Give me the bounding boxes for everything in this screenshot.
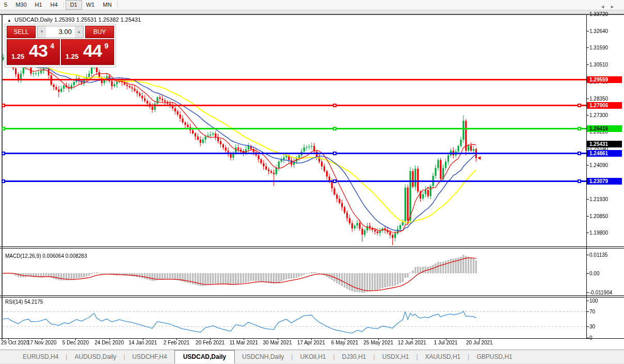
date-label: 1 Jul 2021 — [434, 340, 458, 345]
rsi-axis-label: 70 — [589, 309, 595, 315]
date-label: 25 May 2021 — [363, 340, 393, 345]
tab-DJ30H1[interactable]: DJ30,H1 — [335, 351, 374, 363]
macd-indicator-label: MACD(12,26,9) 0.006064 0.008283 — [5, 253, 87, 259]
buy-price-pip: 9 — [104, 42, 108, 50]
price-axis-label: 1.33720 — [589, 11, 608, 17]
hline-level-1.29559[interactable] — [3, 79, 586, 80]
collapse-trade-panel-icon[interactable]: ▲ — [7, 18, 11, 23]
ohlc-low: 1.25382 — [99, 16, 119, 23]
volume-decrease-icon[interactable]: ▼ — [38, 26, 46, 38]
timeframe-button-M30[interactable]: M30 — [11, 0, 30, 10]
macd-axis-label: 0.01135 — [589, 252, 607, 258]
window-left-border — [2, 15, 3, 340]
hline-handle-left[interactable] — [2, 152, 5, 155]
buy-button[interactable]: BUY — [85, 26, 114, 38]
sell-button[interactable]: SELL — [7, 26, 36, 38]
timeframe-button-H1[interactable]: H1 — [31, 0, 46, 10]
hline-handle-right[interactable] — [578, 104, 581, 107]
tab-scroll-left-icon[interactable]: ◄ — [600, 4, 610, 9]
ohlc-close: 1.25431 — [120, 16, 141, 23]
price-axis-badge: 1.27906 — [587, 102, 622, 109]
tab-UKOilH1[interactable]: UKOil,H1 — [293, 351, 333, 363]
rsi-indicator-label: RSI(14) 54.2175 — [5, 299, 43, 305]
toolbar-separator — [63, 1, 64, 9]
rsi-axis-label: 0 — [589, 335, 593, 341]
hline-handle-right[interactable] — [578, 179, 581, 183]
date-label: 17 Nov 2020 — [27, 340, 57, 345]
toolbar-separator — [117, 1, 118, 9]
sell-price-tile[interactable]: 1.25 43 4 — [7, 39, 60, 65]
timeframe-button-5[interactable]: 5 — [0, 0, 11, 10]
tab-EURUSDH4[interactable]: EURUSD,H4 — [15, 351, 66, 363]
price-axis-label: 1.27300 — [589, 112, 608, 118]
hline-handle-right[interactable] — [578, 152, 581, 155]
price-axis-label: 1.28350 — [589, 96, 608, 102]
timeframe-button-H4[interactable]: H4 — [46, 0, 62, 10]
ohlc-open: 1.25393 — [54, 16, 75, 23]
price-axis-label: 1.20850 — [589, 213, 608, 219]
price-axis-label: 1.30510 — [589, 62, 608, 68]
tab-AUDUSDDaily[interactable]: AUDUSD,Daily — [67, 351, 123, 363]
hline-handle-center[interactable] — [333, 152, 337, 155]
one-click-trade-panel: SELL ▼ 3.00 ▲ BUY 1.25 43 4 1.25 44 9 — [5, 24, 116, 68]
timeframe-button-MN[interactable]: MN — [99, 0, 116, 10]
hline-handle-left[interactable] — [2, 127, 5, 130]
date-label: 5 Dec 2020 — [62, 340, 89, 345]
rsi-axis-label: 30 — [589, 324, 595, 329]
date-label: 2 Feb 2021 — [164, 340, 190, 345]
timeframe-toolbar: 5M30H1H4D1W1MN — [0, 0, 624, 10]
macd-axis-label: 0.00 — [589, 271, 599, 276]
volume-increase-icon[interactable]: ▲ — [75, 26, 83, 38]
hline-handle-center[interactable] — [333, 104, 337, 107]
date-label: 29 Oct 2020 — [1, 340, 29, 345]
price-axis-badge: 1.24861 — [587, 150, 622, 157]
timeframe-button-W1[interactable]: W1 — [82, 0, 99, 10]
sell-price-big: 43 — [29, 41, 47, 61]
price-axis-label: 1.32640 — [589, 28, 608, 34]
hline-level-1.27906[interactable] — [3, 105, 586, 106]
hline-handle-center[interactable] — [333, 127, 337, 130]
tab-USDCHFH4[interactable]: USDCHF,H4 — [125, 351, 174, 363]
tab-XAUUSDH1[interactable]: XAUUSD,H1 — [418, 351, 468, 363]
chart-symbol-period: USDCAD,Daily — [14, 16, 53, 23]
buy-price-prefix: 1.25 — [66, 53, 78, 60]
rsi-axis-label: 100 — [589, 298, 598, 304]
trading-terminal: 5M30H1H4D1W1MN ▲USDCAD,Daily 1.25393 1.2… — [0, 0, 624, 364]
date-label: 30 Mar 2021 — [263, 340, 292, 345]
date-label: 20 Jul 2021 — [466, 340, 493, 345]
sell-price-pip: 4 — [50, 42, 54, 50]
date-label: 14 Jan 2021 — [129, 340, 157, 345]
buy-price-tile[interactable]: 1.25 44 9 — [61, 39, 114, 65]
hline-handle-center[interactable] — [333, 179, 337, 183]
hline-handle-left[interactable] — [2, 179, 5, 183]
price-axis-badge: 1.23079 — [587, 178, 622, 185]
tab-scroll-right-icon[interactable]: ► — [610, 4, 620, 9]
sell-price-prefix: 1.25 — [11, 53, 24, 60]
symbol-tab-bar: EURUSD,H4|AUDUSD,Daily|USDCHF,H4USDCAD,D… — [0, 350, 624, 363]
window-top-border — [0, 14, 624, 15]
hline-level-1.23079[interactable] — [3, 180, 586, 182]
price-axis-badge: 1.29559 — [587, 76, 622, 83]
tab-GBPUSDH1[interactable]: GBPUSD,H1 — [469, 351, 519, 363]
hline-handle-right[interactable] — [578, 127, 581, 130]
ohlc-high: 1.25531 — [76, 16, 97, 23]
chart-window: ▲USDCAD,Daily 1.25393 1.25531 1.25382 1.… — [0, 14, 624, 349]
timeframe-button-D1[interactable]: D1 — [66, 0, 82, 10]
date-label: 24 Dec 2020 — [94, 340, 124, 345]
hline-level-1.26416[interactable] — [3, 128, 586, 129]
hline-handle-left[interactable] — [2, 104, 5, 107]
volume-stepper: ▼ 3.00 ▲ — [37, 26, 84, 38]
price-axis-badge: 1.26416 — [587, 125, 622, 132]
date-label: 6 May 2021 — [331, 340, 358, 345]
date-label: 11 Mar 2021 — [230, 340, 258, 345]
hline-level-1.24861[interactable] — [3, 153, 586, 154]
macd-axis-label: -0.011904 — [589, 290, 612, 295]
tab-USDCNHDaily[interactable]: USDCNH,Daily — [235, 351, 291, 363]
price-axis-label: 1.31590 — [589, 45, 608, 51]
date-label: 20 Feb 2021 — [196, 340, 225, 345]
tab-USDCADDaily[interactable]: USDCAD,Daily — [174, 350, 235, 363]
volume-input[interactable]: 3.00 — [46, 26, 75, 38]
tab-scroll-arrows: ◄► — [600, 4, 620, 9]
price-axis-label: 1.19800 — [589, 230, 608, 236]
tab-USDXH1[interactable]: USDX,H1 — [375, 351, 416, 363]
